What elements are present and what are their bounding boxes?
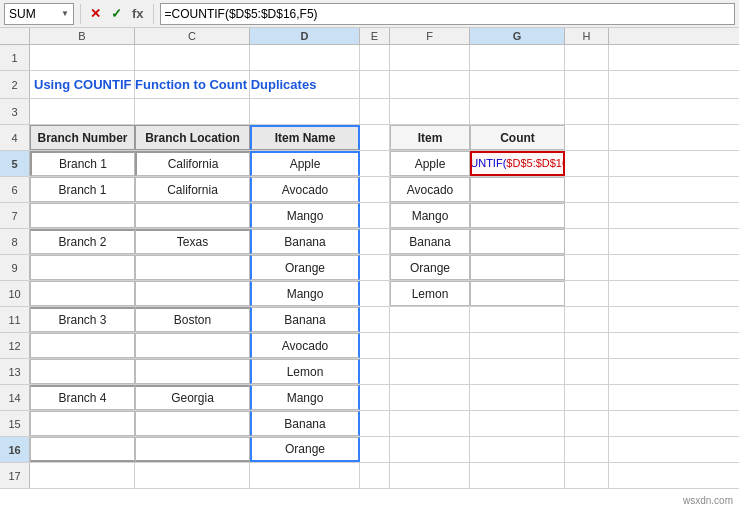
cancel-btn[interactable]: ✕	[87, 6, 104, 21]
cell-h12[interactable]	[565, 333, 609, 358]
cell-e1[interactable]	[360, 45, 390, 70]
cell-b14[interactable]: Branch 4	[30, 385, 135, 410]
fx-btn[interactable]: fx	[129, 6, 147, 21]
cell-c10[interactable]	[135, 281, 250, 306]
cell-f17[interactable]	[390, 463, 470, 488]
cell-g8[interactable]	[470, 229, 565, 254]
cell-c9[interactable]	[135, 255, 250, 280]
cell-c1[interactable]	[135, 45, 250, 70]
col-header-g[interactable]: G	[470, 28, 565, 44]
cell-f15[interactable]	[390, 411, 470, 436]
cell-h14[interactable]	[565, 385, 609, 410]
cell-e16[interactable]	[360, 437, 390, 462]
cell-h10[interactable]	[565, 281, 609, 306]
cell-b3[interactable]	[30, 99, 135, 124]
cell-f2[interactable]	[390, 71, 470, 98]
header-branch-number[interactable]: Branch Number	[30, 125, 135, 150]
cell-g9[interactable]	[470, 255, 565, 280]
cell-d8[interactable]: Banana	[250, 229, 360, 254]
cell-g15[interactable]	[470, 411, 565, 436]
col-header-f[interactable]: F	[390, 28, 470, 44]
header-branch-location[interactable]: Branch Location	[135, 125, 250, 150]
cell-h9[interactable]	[565, 255, 609, 280]
cell-c13[interactable]	[135, 359, 250, 384]
cell-g10[interactable]	[470, 281, 565, 306]
cell-g3[interactable]	[470, 99, 565, 124]
cell-h8[interactable]	[565, 229, 609, 254]
cell-b13[interactable]	[30, 359, 135, 384]
name-box[interactable]: SUM ▼	[4, 3, 74, 25]
cell-b10[interactable]	[30, 281, 135, 306]
cell-g7[interactable]	[470, 203, 565, 228]
cell-c5[interactable]: California	[135, 151, 250, 176]
cell-d6[interactable]: Avocado	[250, 177, 360, 202]
cell-h17[interactable]	[565, 463, 609, 488]
col-header-b[interactable]: B	[30, 28, 135, 44]
cell-d7[interactable]: Mango	[250, 203, 360, 228]
cell-h7[interactable]	[565, 203, 609, 228]
cell-g6[interactable]	[470, 177, 565, 202]
col-header-d[interactable]: D	[250, 28, 360, 44]
confirm-btn[interactable]: ✓	[108, 6, 125, 21]
cell-h5[interactable]	[565, 151, 609, 176]
cell-d13[interactable]: Lemon	[250, 359, 360, 384]
cell-c6[interactable]: California	[135, 177, 250, 202]
cell-f1[interactable]	[390, 45, 470, 70]
cell-f3[interactable]	[390, 99, 470, 124]
cell-g2[interactable]	[470, 71, 565, 98]
cell-c7[interactable]	[135, 203, 250, 228]
cell-f8[interactable]: Banana	[390, 229, 470, 254]
cell-h11[interactable]	[565, 307, 609, 332]
cell-f5[interactable]: Apple	[390, 151, 470, 176]
cell-h16[interactable]	[565, 437, 609, 462]
cell-e17[interactable]	[360, 463, 390, 488]
cell-h15[interactable]	[565, 411, 609, 436]
cell-b16[interactable]	[30, 437, 135, 462]
cell-e12[interactable]	[360, 333, 390, 358]
cell-e6[interactable]	[360, 177, 390, 202]
cell-h1[interactable]	[565, 45, 609, 70]
cell-c8[interactable]: Texas	[135, 229, 250, 254]
cell-h6[interactable]	[565, 177, 609, 202]
cell-f10[interactable]: Lemon	[390, 281, 470, 306]
cell-g14[interactable]	[470, 385, 565, 410]
cell-b8[interactable]: Branch 2	[30, 229, 135, 254]
header-count[interactable]: Count	[470, 125, 565, 150]
cell-g1[interactable]	[470, 45, 565, 70]
header-item[interactable]: Item	[390, 125, 470, 150]
cell-c14[interactable]: Georgia	[135, 385, 250, 410]
cell-f6[interactable]: Avocado	[390, 177, 470, 202]
cell-c15[interactable]	[135, 411, 250, 436]
cell-b12[interactable]	[30, 333, 135, 358]
cell-e2[interactable]	[360, 71, 390, 98]
cell-b1[interactable]	[30, 45, 135, 70]
cell-c12[interactable]	[135, 333, 250, 358]
cell-b17[interactable]	[30, 463, 135, 488]
cell-c3[interactable]	[135, 99, 250, 124]
cell-e8[interactable]	[360, 229, 390, 254]
cell-e9[interactable]	[360, 255, 390, 280]
cell-b9[interactable]	[30, 255, 135, 280]
cell-c17[interactable]	[135, 463, 250, 488]
cell-f11[interactable]	[390, 307, 470, 332]
header-item-name[interactable]: Item Name	[250, 125, 360, 150]
cell-g17[interactable]	[470, 463, 565, 488]
cell-d3[interactable]	[250, 99, 360, 124]
cell-h2[interactable]	[565, 71, 609, 98]
cell-f16[interactable]	[390, 437, 470, 462]
cell-d15[interactable]: Banana	[250, 411, 360, 436]
cell-e13[interactable]	[360, 359, 390, 384]
cell-g5[interactable]: =COUNTIF($D$5:$D$16,F5)	[470, 151, 565, 176]
cell-d14[interactable]: Mango	[250, 385, 360, 410]
cell-b11[interactable]: Branch 3	[30, 307, 135, 332]
cell-e4[interactable]	[360, 125, 390, 150]
cell-f13[interactable]	[390, 359, 470, 384]
cell-e7[interactable]	[360, 203, 390, 228]
cell-e3[interactable]	[360, 99, 390, 124]
col-header-c[interactable]: C	[135, 28, 250, 44]
cell-e11[interactable]	[360, 307, 390, 332]
cell-b7[interactable]	[30, 203, 135, 228]
cell-h13[interactable]	[565, 359, 609, 384]
cell-c16[interactable]	[135, 437, 250, 462]
cell-e14[interactable]	[360, 385, 390, 410]
